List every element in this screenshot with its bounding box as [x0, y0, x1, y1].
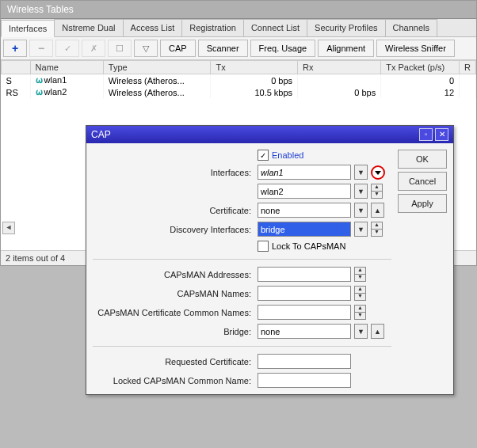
cap-title-text: CAP	[91, 129, 111, 140]
cap-dialog-buttons: OK Cancel Apply	[398, 150, 447, 388]
bridge-input[interactable]	[258, 324, 351, 339]
col-txpacket[interactable]: Tx Packet (p/s)	[381, 61, 460, 74]
col-name[interactable]: Name	[30, 61, 103, 74]
wireless-sniffer-button[interactable]: Wireless Sniffer	[376, 40, 455, 57]
capsman-names-input[interactable]	[258, 286, 351, 301]
dropdown-icon[interactable]: ▼	[354, 184, 368, 199]
reorder-arrows[interactable]: ▲▼	[354, 286, 366, 301]
comment-button[interactable]: ☐	[108, 40, 132, 57]
locked-capsman-cn-label: Locked CAPsMAN Common Name:	[93, 376, 254, 385]
reorder-arrows[interactable]: ▲▼	[371, 222, 383, 237]
freq-usage-button[interactable]: Freq. Usage	[250, 40, 316, 57]
cap-dialog: CAP ▫ ✕ ✓ Enabled Interfaces: ▼	[86, 125, 454, 395]
plus-icon: +	[12, 42, 18, 55]
col-tx[interactable]: Tx	[211, 61, 298, 74]
lock-to-capsman-checkbox[interactable]	[258, 241, 269, 252]
interfaces-table: Name Type Tx Rx Tx Packet (p/s) R S ⍵wla…	[1, 60, 476, 98]
x-icon: ✗	[90, 44, 97, 54]
notes-icon: ☐	[116, 44, 124, 54]
close-icon[interactable]: ✕	[435, 128, 448, 141]
row-type: Wireless (Atheros...	[103, 86, 211, 98]
cap-button[interactable]: CAP	[160, 40, 196, 57]
wifi-icon: ⍵	[36, 87, 43, 97]
row-type: Wireless (Atheros...	[103, 74, 211, 87]
requested-certificate-label: Requested Certificate:	[93, 357, 254, 366]
tab-access-list[interactable]: Access List	[123, 19, 183, 36]
funnel-icon: ▽	[143, 44, 149, 54]
restore-icon[interactable]: ▫	[419, 128, 433, 141]
row-txp: 0	[381, 74, 460, 87]
tab-connect-list[interactable]: Connect List	[243, 19, 307, 36]
interfaces-input-1[interactable]	[258, 165, 351, 180]
minus-icon: −	[38, 42, 44, 55]
section-divider	[93, 259, 391, 260]
disable-button[interactable]: ✗	[82, 40, 105, 57]
enabled-checkbox[interactable]: ✓	[258, 150, 269, 161]
row-flag: RS	[2, 86, 31, 98]
row-name: wlan2	[44, 87, 67, 97]
tab-interfaces[interactable]: Interfaces	[1, 20, 55, 37]
tab-security-profiles[interactable]: Security Profiles	[307, 19, 385, 36]
row-flag: S	[2, 74, 31, 87]
scanner-button[interactable]: Scanner	[198, 40, 248, 57]
interfaces-label: Interfaces:	[93, 168, 254, 177]
cap-form: ✓ Enabled Interfaces: ▼ ▼ ▲▼ Certificate…	[93, 150, 391, 388]
window-title: Wireless Tables	[1, 1, 476, 19]
up-icon[interactable]: ▲	[371, 324, 384, 339]
table-row[interactable]: S ⍵wlan1 Wireless (Atheros... 0 bps 0	[2, 74, 476, 87]
tab-registration[interactable]: Registration	[181, 19, 244, 36]
capsman-names-label: CAPsMAN Names:	[93, 289, 254, 298]
col-type[interactable]: Type	[103, 61, 211, 74]
check-icon: ✓	[64, 44, 71, 54]
toolbar: + − ✓ ✗ ☐ ▽ CAP Scanner Freq. Usage Alig…	[1, 37, 476, 60]
reorder-arrows[interactable]: ▲▼	[371, 184, 383, 199]
enable-button[interactable]: ✓	[55, 40, 79, 57]
tab-channels[interactable]: Channels	[385, 19, 437, 36]
remove-interface-icon[interactable]	[371, 165, 385, 180]
row-name: wlan1	[44, 75, 67, 85]
col-r[interactable]: R	[460, 61, 476, 74]
capsman-addresses-input[interactable]	[258, 267, 351, 282]
dropdown-icon[interactable]: ▼	[354, 222, 368, 237]
locked-capsman-cn-value	[258, 373, 351, 388]
row-tx: 0 bps	[211, 74, 298, 87]
table-row[interactable]: RS ⍵wlan2 Wireless (Atheros... 10.5 kbps…	[2, 86, 476, 98]
up-icon[interactable]: ▲	[371, 203, 384, 218]
reorder-arrows[interactable]: ▲▼	[354, 267, 366, 282]
certificate-label: Certificate:	[93, 206, 254, 215]
alignment-button[interactable]: Alignment	[318, 40, 374, 57]
col-flag[interactable]	[2, 61, 31, 74]
dropdown-icon[interactable]: ▼	[354, 165, 368, 180]
row-rx	[298, 74, 381, 87]
dropdown-icon[interactable]: ▼	[354, 324, 368, 339]
dropdown-icon[interactable]: ▼	[354, 203, 368, 218]
cancel-button[interactable]: Cancel	[398, 172, 447, 191]
enabled-label: Enabled	[272, 150, 303, 160]
main-tabs: Interfaces Nstreme Dual Access List Regi…	[1, 19, 476, 37]
capsman-cert-names-label: CAPsMAN Certificate Common Names:	[93, 308, 254, 317]
remove-button[interactable]: −	[29, 40, 53, 57]
discovery-interfaces-label: Discovery Interfaces:	[93, 225, 254, 234]
filter-button[interactable]: ▽	[134, 40, 158, 57]
wifi-icon: ⍵	[36, 75, 43, 85]
capsman-cert-names-input[interactable]	[258, 305, 351, 320]
tab-nstreme-dual[interactable]: Nstreme Dual	[54, 19, 123, 36]
discovery-interfaces-input[interactable]	[258, 222, 351, 237]
row-txp: 12	[381, 86, 460, 98]
lock-to-capsman-label: Lock To CAPsMAN	[272, 241, 345, 251]
capsman-addresses-label: CAPsMAN Addresses:	[93, 270, 254, 279]
col-rx[interactable]: Rx	[298, 61, 381, 74]
row-rx: 0 bps	[298, 86, 381, 98]
interfaces-input-2[interactable]	[258, 184, 351, 199]
section-divider	[93, 346, 391, 347]
certificate-input[interactable]	[258, 203, 351, 218]
bridge-label: Bridge:	[93, 327, 254, 336]
ok-button[interactable]: OK	[398, 150, 447, 169]
cap-titlebar[interactable]: CAP ▫ ✕	[86, 126, 453, 143]
apply-button[interactable]: Apply	[398, 194, 447, 213]
add-button[interactable]: +	[3, 40, 27, 57]
row-tx: 10.5 kbps	[211, 86, 298, 98]
requested-certificate-value	[258, 354, 351, 369]
reorder-arrows[interactable]: ▲▼	[354, 305, 366, 320]
scroll-left-icon[interactable]: ◄	[2, 222, 15, 234]
